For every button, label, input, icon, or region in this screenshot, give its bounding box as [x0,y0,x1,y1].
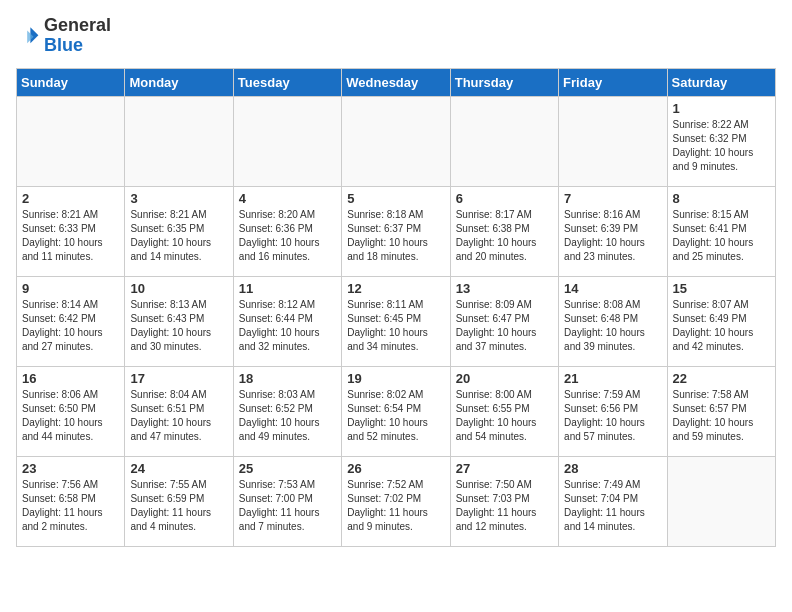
day-info: Sunrise: 8:07 AM Sunset: 6:49 PM Dayligh… [673,298,770,354]
day-number: 8 [673,191,770,206]
day-info: Sunrise: 8:21 AM Sunset: 6:33 PM Dayligh… [22,208,119,264]
day-info: Sunrise: 8:08 AM Sunset: 6:48 PM Dayligh… [564,298,661,354]
calendar-cell: 17Sunrise: 8:04 AM Sunset: 6:51 PM Dayli… [125,366,233,456]
calendar-cell: 24Sunrise: 7:55 AM Sunset: 6:59 PM Dayli… [125,456,233,546]
calendar-cell: 10Sunrise: 8:13 AM Sunset: 6:43 PM Dayli… [125,276,233,366]
calendar-week-row: 9Sunrise: 8:14 AM Sunset: 6:42 PM Daylig… [17,276,776,366]
weekday-header: Friday [559,68,667,96]
day-info: Sunrise: 7:50 AM Sunset: 7:03 PM Dayligh… [456,478,553,534]
weekday-header: Monday [125,68,233,96]
day-info: Sunrise: 7:49 AM Sunset: 7:04 PM Dayligh… [564,478,661,534]
weekday-header: Wednesday [342,68,450,96]
weekday-header: Thursday [450,68,558,96]
calendar-cell: 13Sunrise: 8:09 AM Sunset: 6:47 PM Dayli… [450,276,558,366]
logo: General Blue [16,16,111,56]
day-number: 1 [673,101,770,116]
calendar-cell: 7Sunrise: 8:16 AM Sunset: 6:39 PM Daylig… [559,186,667,276]
day-number: 16 [22,371,119,386]
day-number: 12 [347,281,444,296]
day-number: 2 [22,191,119,206]
calendar-cell: 1Sunrise: 8:22 AM Sunset: 6:32 PM Daylig… [667,96,775,186]
calendar-body: 1Sunrise: 8:22 AM Sunset: 6:32 PM Daylig… [17,96,776,546]
calendar-cell: 16Sunrise: 8:06 AM Sunset: 6:50 PM Dayli… [17,366,125,456]
weekday-row: SundayMondayTuesdayWednesdayThursdayFrid… [17,68,776,96]
calendar-cell: 27Sunrise: 7:50 AM Sunset: 7:03 PM Dayli… [450,456,558,546]
calendar-cell: 12Sunrise: 8:11 AM Sunset: 6:45 PM Dayli… [342,276,450,366]
day-number: 21 [564,371,661,386]
calendar-cell: 26Sunrise: 7:52 AM Sunset: 7:02 PM Dayli… [342,456,450,546]
day-info: Sunrise: 8:09 AM Sunset: 6:47 PM Dayligh… [456,298,553,354]
day-info: Sunrise: 8:06 AM Sunset: 6:50 PM Dayligh… [22,388,119,444]
calendar-cell: 8Sunrise: 8:15 AM Sunset: 6:41 PM Daylig… [667,186,775,276]
calendar-table: SundayMondayTuesdayWednesdayThursdayFrid… [16,68,776,547]
day-number: 14 [564,281,661,296]
weekday-header: Tuesday [233,68,341,96]
calendar-cell: 15Sunrise: 8:07 AM Sunset: 6:49 PM Dayli… [667,276,775,366]
day-info: Sunrise: 8:02 AM Sunset: 6:54 PM Dayligh… [347,388,444,444]
day-info: Sunrise: 8:11 AM Sunset: 6:45 PM Dayligh… [347,298,444,354]
day-info: Sunrise: 8:04 AM Sunset: 6:51 PM Dayligh… [130,388,227,444]
day-number: 6 [456,191,553,206]
weekday-header: Sunday [17,68,125,96]
day-number: 7 [564,191,661,206]
calendar-cell: 4Sunrise: 8:20 AM Sunset: 6:36 PM Daylig… [233,186,341,276]
day-info: Sunrise: 8:13 AM Sunset: 6:43 PM Dayligh… [130,298,227,354]
day-info: Sunrise: 8:21 AM Sunset: 6:35 PM Dayligh… [130,208,227,264]
day-number: 3 [130,191,227,206]
calendar-cell [559,96,667,186]
calendar-cell: 14Sunrise: 8:08 AM Sunset: 6:48 PM Dayli… [559,276,667,366]
day-number: 18 [239,371,336,386]
day-number: 9 [22,281,119,296]
calendar-cell: 28Sunrise: 7:49 AM Sunset: 7:04 PM Dayli… [559,456,667,546]
day-number: 27 [456,461,553,476]
day-info: Sunrise: 7:55 AM Sunset: 6:59 PM Dayligh… [130,478,227,534]
day-info: Sunrise: 7:59 AM Sunset: 6:56 PM Dayligh… [564,388,661,444]
calendar-week-row: 2Sunrise: 8:21 AM Sunset: 6:33 PM Daylig… [17,186,776,276]
day-number: 25 [239,461,336,476]
calendar-cell: 6Sunrise: 8:17 AM Sunset: 6:38 PM Daylig… [450,186,558,276]
day-info: Sunrise: 8:18 AM Sunset: 6:37 PM Dayligh… [347,208,444,264]
calendar-cell: 21Sunrise: 7:59 AM Sunset: 6:56 PM Dayli… [559,366,667,456]
calendar-cell: 19Sunrise: 8:02 AM Sunset: 6:54 PM Dayli… [342,366,450,456]
day-info: Sunrise: 8:20 AM Sunset: 6:36 PM Dayligh… [239,208,336,264]
calendar-cell [667,456,775,546]
day-number: 22 [673,371,770,386]
day-info: Sunrise: 8:16 AM Sunset: 6:39 PM Dayligh… [564,208,661,264]
day-info: Sunrise: 8:03 AM Sunset: 6:52 PM Dayligh… [239,388,336,444]
page-header: General Blue [16,16,776,56]
day-number: 4 [239,191,336,206]
calendar-cell [233,96,341,186]
day-info: Sunrise: 7:58 AM Sunset: 6:57 PM Dayligh… [673,388,770,444]
calendar-cell [450,96,558,186]
day-info: Sunrise: 8:12 AM Sunset: 6:44 PM Dayligh… [239,298,336,354]
day-number: 26 [347,461,444,476]
day-info: Sunrise: 7:52 AM Sunset: 7:02 PM Dayligh… [347,478,444,534]
calendar-header: SundayMondayTuesdayWednesdayThursdayFrid… [17,68,776,96]
day-number: 10 [130,281,227,296]
calendar-cell: 11Sunrise: 8:12 AM Sunset: 6:44 PM Dayli… [233,276,341,366]
calendar-cell [17,96,125,186]
day-info: Sunrise: 8:17 AM Sunset: 6:38 PM Dayligh… [456,208,553,264]
day-number: 20 [456,371,553,386]
day-number: 13 [456,281,553,296]
day-number: 28 [564,461,661,476]
calendar-week-row: 1Sunrise: 8:22 AM Sunset: 6:32 PM Daylig… [17,96,776,186]
day-number: 24 [130,461,227,476]
calendar-cell: 9Sunrise: 8:14 AM Sunset: 6:42 PM Daylig… [17,276,125,366]
day-info: Sunrise: 8:14 AM Sunset: 6:42 PM Dayligh… [22,298,119,354]
calendar-cell: 18Sunrise: 8:03 AM Sunset: 6:52 PM Dayli… [233,366,341,456]
day-number: 17 [130,371,227,386]
day-info: Sunrise: 7:56 AM Sunset: 6:58 PM Dayligh… [22,478,119,534]
day-info: Sunrise: 8:15 AM Sunset: 6:41 PM Dayligh… [673,208,770,264]
calendar-cell: 20Sunrise: 8:00 AM Sunset: 6:55 PM Dayli… [450,366,558,456]
day-number: 19 [347,371,444,386]
calendar-cell: 23Sunrise: 7:56 AM Sunset: 6:58 PM Dayli… [17,456,125,546]
calendar-cell: 22Sunrise: 7:58 AM Sunset: 6:57 PM Dayli… [667,366,775,456]
day-info: Sunrise: 7:53 AM Sunset: 7:00 PM Dayligh… [239,478,336,534]
calendar-week-row: 23Sunrise: 7:56 AM Sunset: 6:58 PM Dayli… [17,456,776,546]
calendar-cell: 5Sunrise: 8:18 AM Sunset: 6:37 PM Daylig… [342,186,450,276]
logo-icon [16,24,40,48]
calendar-cell [342,96,450,186]
logo-text: General Blue [44,16,111,56]
calendar-cell: 2Sunrise: 8:21 AM Sunset: 6:33 PM Daylig… [17,186,125,276]
